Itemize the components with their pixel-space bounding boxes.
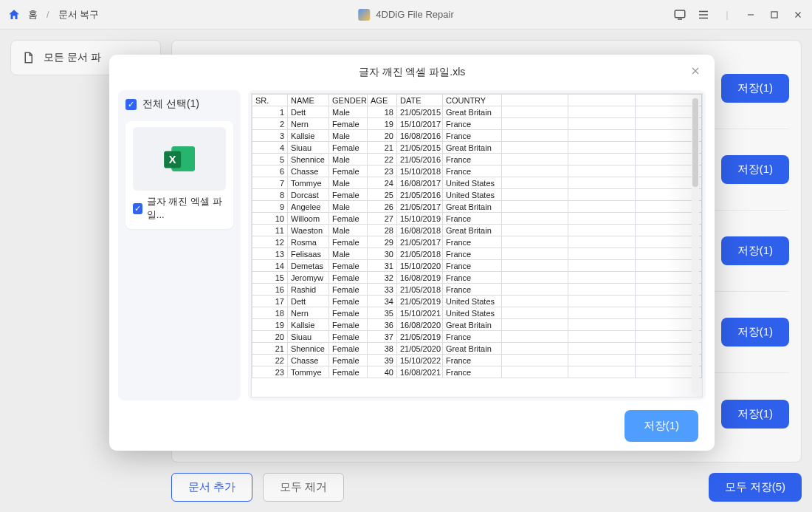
preview-modal: 글자 깨진 엑셀 파일.xls ✓ 전체 선택(1) X ✓ 글자 깨진 엑셀 … (109, 55, 715, 451)
scrollbar[interactable] (692, 97, 699, 394)
thumbnail-card[interactable]: X ✓ 글자 깨진 엑셀 파일... (125, 121, 233, 229)
modal-close-icon[interactable] (689, 65, 701, 77)
select-all-checkbox[interactable]: ✓ 전체 선택(1) (125, 98, 233, 111)
table-row: 21ShenniceFemale3821/05/2020Great Britai… (252, 343, 702, 355)
table-row: 3KallsieMale2016/08/2016France (252, 130, 702, 142)
table-row: 23TommyeFemale4016/08/2021France (252, 366, 702, 378)
table-row: 19KallsieFemale3616/08/2020Great Britain (252, 319, 702, 331)
column-header: COUNTRY (443, 95, 502, 106)
table-row: 9AngeleeMale2621/05/2017Great Britain (252, 201, 702, 213)
column-header: GENDER (329, 95, 368, 106)
modal-title: 글자 깨진 엑셀 파일.xls (359, 66, 466, 79)
scroll-thumb[interactable] (692, 98, 698, 187)
select-all-label: 전체 선택(1) (142, 98, 199, 111)
table-row: 18NernFemale3515/10/2021United States (252, 307, 702, 319)
modal-header: 글자 깨진 엑셀 파일.xls (109, 55, 715, 90)
column-header: AGE (368, 95, 397, 106)
column-header: SR. (252, 95, 288, 106)
svg-text:X: X (169, 154, 176, 165)
table-row: 1DettMale1821/05/2015Great Britain (252, 106, 702, 118)
modal-footer: 저장(1) (109, 400, 715, 451)
table-row: 13FelisaasMale3021/05/2018France (252, 248, 702, 260)
checkbox-checked-icon: ✓ (133, 203, 142, 214)
preview-panel: SR.NAMEGENDERAGEDATECOUNTRY1DettMale1821… (248, 90, 706, 400)
spreadsheet-preview: SR.NAMEGENDERAGEDATECOUNTRY1DettMale1821… (252, 94, 702, 378)
table-row: 4SiuauFemale2121/05/2015Great Britain (252, 142, 702, 154)
modal-save-button[interactable]: 저장(1) (625, 410, 698, 442)
table-row: 22ChasseFemale3915/10/2022France (252, 355, 702, 366)
table-row: 12RosmaFemale2921/05/2017France (252, 236, 702, 248)
table-row: 7TommyeMale2416/08/2017United States (252, 177, 702, 189)
table-row: 2NernFemale1915/10/2017France (252, 118, 702, 130)
table-row: 8DorcastFemale2521/05/2016United States (252, 189, 702, 201)
table-row: 14DemetasFemale3115/10/2020France (252, 260, 702, 272)
column-header: DATE (397, 95, 443, 106)
excel-icon: X (161, 140, 198, 177)
table-row: 5ShenniceMale2221/05/2016France (252, 154, 702, 165)
table-row: 20SiuauFemale3721/05/2019France (252, 331, 702, 343)
table-row: 6ChasseFemale2315/10/2018France (252, 165, 702, 177)
checkbox-checked-icon: ✓ (125, 99, 137, 110)
column-header: NAME (288, 95, 329, 106)
table-row: 10WilloomFemale2715/10/2019France (252, 213, 702, 225)
thumbnail-label: 글자 깨진 엑셀 파일... (147, 195, 226, 222)
thumbnail-image: X (133, 127, 226, 191)
thumbnails-panel: ✓ 전체 선택(1) X ✓ 글자 깨진 엑셀 파일... (118, 90, 241, 400)
table-row: 15JeromywFemale3216/08/2019France (252, 272, 702, 284)
table-row: 17DettFemale3421/05/2019United States (252, 296, 702, 307)
table-row: 11WaestonMale2816/08/2018Great Britain (252, 225, 702, 236)
table-row: 16RashidFemale3321/05/2018France (252, 284, 702, 296)
